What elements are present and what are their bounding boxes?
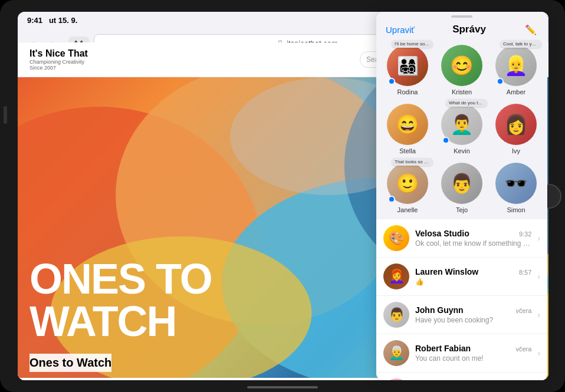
tagline-line1: Championing Creativity	[29, 59, 84, 65]
avatar-wrap-simon	[495, 163, 537, 204]
side-button[interactable]	[4, 106, 7, 124]
msg-preview-velosa: Ok cool, let me know if something comes …	[415, 239, 531, 248]
logo-tagline: Championing Creativity Since 2007	[29, 59, 88, 71]
avatar-stella	[387, 104, 428, 145]
contact-name-simon: Simon	[507, 206, 525, 213]
avatar-velosa	[383, 225, 409, 251]
msg-time-lauren: 8:57	[519, 269, 531, 276]
avatar-wrap-stella	[387, 104, 428, 145]
hero-subtitle: Ones to Watch	[29, 354, 111, 372]
msg-top-john: John Guynn včera	[415, 305, 531, 315]
bubble-janelle: That looks so good!	[392, 158, 433, 166]
avatar-robert	[383, 340, 409, 366]
edit-button[interactable]: Upraviť	[386, 25, 415, 35]
conversation-robert[interactable]: Robert Fabian včera You can count on me!…	[376, 334, 547, 373]
chevron-icon-velosa: ›	[537, 233, 540, 243]
status-time: 9:41 ut 15. 9.	[27, 16, 77, 25]
compose-icon: ✏️	[525, 24, 537, 35]
conversation-taylor[interactable]: Taylor Schultz sobota Thanks for all you…	[376, 373, 547, 380]
msg-top-velosa: Velosa Studio 9:32	[415, 229, 531, 238]
msg-time-robert: včera	[515, 345, 531, 353]
tagline-line2: Since 2007	[29, 65, 56, 71]
avatar-ivy	[495, 104, 537, 145]
pinned-contact-rodina[interactable]: I'll be home soon! Rodina	[381, 41, 434, 99]
msg-top-lauren: Lauren Winslow 8:57	[415, 267, 531, 276]
pinned-contact-amber[interactable]: Cool, talk to you then. Amber	[490, 41, 543, 99]
contact-name-kristen: Kristen	[452, 88, 472, 95]
avatar-wrap-amber: Cool, talk to you then.	[495, 45, 537, 86]
conversation-john[interactable]: John Guynn včera Have you been cooking? …	[376, 296, 547, 334]
bubble-rodina: I'll be home soon!	[392, 40, 433, 48]
pinned-contact-kevin[interactable]: What do you think? Kevin	[435, 100, 488, 158]
msg-name-velosa: Velosa Studio	[415, 229, 469, 238]
home-indicator	[247, 386, 318, 388]
bubble-amber: Cool, talk to you then.	[500, 40, 541, 48]
unread-dot-rodina	[388, 78, 395, 85]
msg-preview-john: Have you been cooking?	[415, 316, 531, 324]
conversation-lauren[interactable]: Lauren Winslow 8:57 👍 ›	[376, 258, 547, 296]
unread-dot-kevin	[442, 137, 449, 144]
avatar-tejo	[441, 163, 482, 204]
date-display: ut 15. 9.	[49, 16, 77, 25]
compose-button[interactable]: ✏️	[524, 22, 538, 37]
contact-name-janelle: Janelle	[398, 206, 418, 213]
ipad-frame: 9:41 ut 15. 9. ▲ WiFi 🔋 100 % ‹ ›	[0, 0, 565, 392]
pinned-contact-tejo[interactable]: Tejo	[435, 159, 488, 217]
unread-dot-amber	[497, 78, 504, 85]
avatar-wrap-ivy	[495, 104, 537, 145]
contact-name-rodina: Rodina	[398, 88, 418, 95]
pinned-contact-kristen[interactable]: Kristen	[435, 41, 488, 99]
pinned-contact-simon[interactable]: Simon	[490, 159, 543, 217]
pinned-contact-stella[interactable]: Stella	[381, 100, 434, 158]
contact-name-tejo: Tejo	[456, 206, 468, 213]
pinned-contact-janelle[interactable]: That looks so good! Janelle	[381, 159, 434, 217]
chevron-icon-john: ›	[537, 310, 540, 319]
msg-time-velosa: 9:32	[519, 230, 531, 238]
avatar-wrap-kevin: What do you think?	[441, 104, 482, 145]
panel-header: Upraviť Správy ✏️	[376, 18, 547, 39]
time-display: 9:41	[27, 16, 42, 25]
avatar-john	[383, 302, 409, 328]
avatar-wrap-tejo	[441, 163, 482, 204]
msg-content-john: John Guynn včera Have you been cooking?	[415, 305, 531, 324]
contact-name-kevin: Kevin	[454, 147, 470, 154]
avatar-wrap-kristen	[441, 45, 482, 86]
msg-name-robert: Robert Fabian	[415, 344, 471, 353]
logo-name: It's Nice That	[29, 48, 88, 59]
avatar-kristen	[441, 45, 482, 86]
msg-preview-lauren: 👍	[415, 278, 531, 286]
messages-panel: Upraviť Správy ✏️ I'll be home soon! Rod…	[376, 12, 547, 380]
msg-top-robert: Robert Fabian včera	[415, 344, 531, 353]
contact-name-ivy: Ivy	[512, 147, 520, 154]
msg-content-velosa: Velosa Studio 9:32 Ok cool, let me know …	[415, 229, 531, 248]
panel-title: Správy	[452, 24, 486, 35]
avatar-taylor	[383, 378, 409, 380]
pinned-contacts-grid: I'll be home soon! Rodina Kristen Cool, …	[376, 39, 547, 219]
contact-name-amber: Amber	[507, 88, 525, 95]
unread-dot-janelle	[388, 196, 395, 203]
avatar-lauren	[383, 263, 409, 289]
pinned-contact-ivy[interactable]: Ivy	[490, 100, 543, 158]
msg-time-john: včera	[515, 307, 531, 314]
msg-content-lauren: Lauren Winslow 8:57 👍	[415, 267, 531, 286]
conversation-velosa[interactable]: Velosa Studio 9:32 Ok cool, let me know …	[376, 219, 547, 258]
bubble-kevin: What do you think?	[446, 99, 487, 107]
avatar-wrap-janelle: That looks so good!	[387, 163, 428, 204]
avatar-wrap-rodina: I'll be home soon!	[387, 45, 428, 86]
msg-name-john: John Guynn	[415, 305, 464, 315]
chevron-icon-robert: ›	[537, 348, 540, 358]
conversation-list: Velosa Studio 9:32 Ok cool, let me know …	[376, 219, 547, 380]
site-logo: It's Nice That Championing Creativity Si…	[29, 48, 88, 71]
msg-name-lauren: Lauren Winslow	[415, 267, 478, 276]
msg-content-robert: Robert Fabian včera You can count on me!	[415, 344, 531, 363]
chevron-icon-lauren: ›	[537, 272, 540, 281]
contact-name-stella: Stella	[399, 147, 416, 154]
avatar-simon	[495, 163, 537, 204]
msg-preview-robert: You can count on me!	[415, 354, 531, 363]
